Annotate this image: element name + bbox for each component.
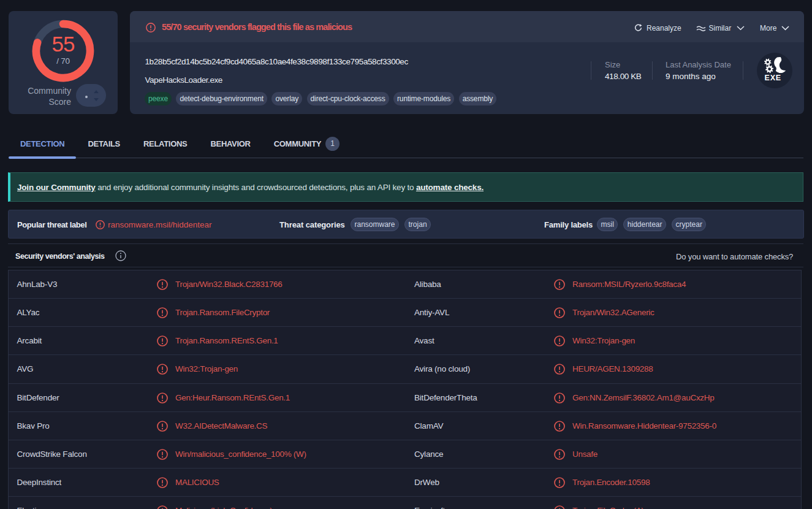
svg-text:EXE: EXE [765, 74, 781, 82]
